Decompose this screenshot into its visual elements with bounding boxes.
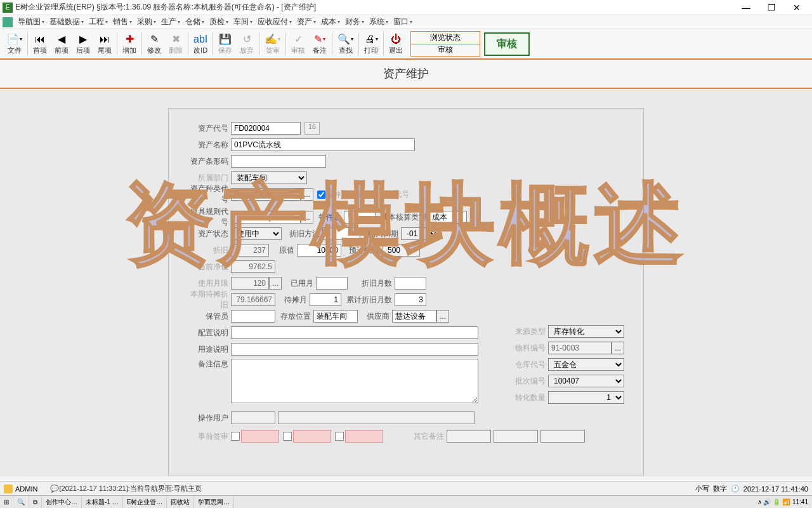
usemonth-button[interactable]: … — [269, 277, 282, 290]
config-input[interactable] — [231, 326, 478, 339]
menu-采购[interactable]: 采购▾ — [134, 15, 159, 29]
costtype-input[interactable] — [429, 211, 467, 224]
app-icon: E — [3, 3, 13, 13]
num-status: 数字 — [713, 484, 727, 493]
audit-stamp[interactable]: 审核 — [484, 32, 530, 56]
abandon-button[interactable]: ↺放弃 — [236, 30, 258, 58]
change-id-button[interactable]: abI改ID — [190, 30, 211, 58]
asset-code-input[interactable] — [231, 122, 301, 135]
used-input[interactable] — [316, 277, 348, 290]
sig-check-2[interactable] — [283, 432, 292, 441]
page-title: 资产维护 — [0, 60, 812, 89]
old-input[interactable] — [395, 293, 426, 306]
sig-field-2[interactable] — [293, 430, 331, 443]
start-button[interactable]: ⊞ — [0, 496, 13, 509]
status-select[interactable]: 使用中 — [231, 227, 282, 240]
usemonth-input — [231, 277, 269, 290]
dept-select[interactable]: 装配车间 — [231, 171, 307, 184]
note-button[interactable]: ✎▾备注 — [309, 30, 331, 58]
menu-财务[interactable]: 财务▾ — [343, 15, 367, 29]
taskbar-item[interactable]: E树企业管… — [123, 496, 167, 509]
deprmonth-input[interactable] — [395, 277, 426, 290]
last-button[interactable]: ⏭尾项 — [94, 30, 115, 58]
buydate-select[interactable]: -01 — [401, 227, 439, 240]
maximize-button[interactable]: ❐ — [759, 0, 784, 15]
menu-质检[interactable]: 质检▾ — [207, 15, 231, 29]
matno-lookup-button[interactable]: … — [612, 342, 624, 354]
sig-field-3[interactable] — [345, 430, 383, 443]
menu-仓储[interactable]: 仓储▾ — [183, 15, 207, 29]
batch-select[interactable]: 100407 — [548, 375, 624, 387]
menu-应收应付[interactable]: 应收应付▾ — [255, 15, 294, 29]
matno-input — [548, 342, 612, 354]
depr-method-input[interactable] — [322, 227, 360, 240]
resid-select[interactable]: 500 — [382, 244, 420, 257]
supplier-lookup-button[interactable]: … — [436, 310, 449, 323]
loc-input[interactable] — [313, 310, 358, 323]
add-button[interactable]: ✚增加 — [119, 30, 140, 58]
mold-lookup-button[interactable]: … — [301, 211, 313, 224]
taskbar-item[interactable]: 未标题-1 … — [82, 496, 123, 509]
print-button[interactable]: 🖨▾打印 — [360, 30, 382, 58]
supplier-input[interactable] — [392, 310, 436, 323]
asset-name-input[interactable] — [231, 138, 415, 151]
taskview-button[interactable]: ⧉ — [29, 496, 42, 509]
taskbar-item[interactable]: 创作中心… — [42, 496, 82, 509]
exit-button[interactable]: ⏻退出 — [385, 30, 407, 58]
audit-button[interactable]: ✓审核 — [287, 30, 309, 58]
statusbar: ADMIN 💬[2021-12-17 11:33:21]:当前导航界面:导航主页… — [0, 481, 812, 495]
next-button[interactable]: ▶后项 — [72, 30, 94, 58]
type-input[interactable] — [231, 188, 301, 201]
remark-textarea[interactable] — [231, 359, 478, 403]
keeper-input[interactable] — [231, 310, 275, 323]
srctype-select[interactable]: 库存转化 — [548, 325, 624, 338]
menu-生产[interactable]: 生产▾ — [159, 15, 183, 29]
other1 — [447, 430, 491, 443]
file-button[interactable]: 📄▾文件 — [3, 30, 26, 58]
curdepr-input — [231, 293, 275, 306]
qty-select[interactable]: 1 — [548, 391, 624, 404]
menu-基础数据[interactable]: 基础数据▾ — [47, 15, 86, 29]
search-button[interactable]: 🔍 — [13, 496, 29, 509]
edit-button[interactable]: ✎修改 — [143, 30, 165, 58]
delete-button[interactable]: ✖删除 — [165, 30, 187, 58]
taskbar: ⊞ 🔍 ⧉ 创作中心…未标题-1 …E树企业管…回收站学而思网… ∧ 🔊 🔋 📶… — [0, 495, 812, 508]
tray-icons[interactable]: ∧ 🔊 🔋 📶 — [757, 498, 790, 505]
save-button[interactable]: 💾保存 — [214, 30, 236, 58]
status-message: [2021-12-17 11:33:21]:当前导航界面:导航主页 — [59, 485, 201, 492]
usage-input[interactable] — [231, 343, 478, 356]
menu-成本[interactable]: 成本▾ — [318, 15, 343, 29]
mold-input[interactable] — [231, 211, 301, 224]
user-icon — [4, 485, 13, 493]
minimize-button[interactable]: — — [733, 0, 759, 15]
wait-input[interactable] — [310, 293, 341, 306]
tray-time: 11:41 — [792, 498, 808, 505]
sig-check-3[interactable] — [335, 432, 344, 441]
first-button[interactable]: ⏮首项 — [29, 30, 51, 58]
menu-工程[interactable]: 工程▾ — [86, 15, 110, 29]
autogen-checkbox[interactable] — [317, 190, 325, 199]
menu-icon — [3, 17, 13, 27]
menu-销售[interactable]: 销售▾ — [110, 15, 134, 29]
close-button[interactable]: ✕ — [784, 0, 809, 15]
net-input — [231, 260, 275, 273]
wh-select[interactable]: 五金仓 — [548, 358, 624, 371]
orig-input[interactable] — [297, 244, 341, 257]
unit-input[interactable] — [344, 211, 376, 224]
find-button[interactable]: 🔍▾查找 — [334, 30, 357, 58]
toolbar: 📄▾文件 ⏮首项 ◀前项 ▶后项 ⏭尾项 ✚增加 ✎修改 ✖删除 abI改ID … — [0, 29, 812, 60]
menu-系统[interactable]: 系统▾ — [367, 15, 391, 29]
type-lookup-button[interactable]: … — [301, 188, 313, 201]
prev-button[interactable]: ◀前项 — [51, 30, 72, 58]
taskbar-item[interactable]: 学而思网… — [194, 496, 234, 509]
barcode-input[interactable] — [231, 155, 326, 168]
menu-资产[interactable]: 资产▾ — [294, 15, 318, 29]
sig-check-1[interactable] — [231, 432, 240, 441]
sign-button[interactable]: ✍▾签审 — [261, 30, 284, 58]
other2 — [494, 430, 538, 443]
menu-导航图[interactable]: 导航图▾ — [15, 15, 47, 29]
taskbar-item[interactable]: 回收站 — [167, 496, 194, 509]
menu-窗口[interactable]: 窗口▾ — [391, 15, 415, 29]
menu-车间[interactable]: 车间▾ — [231, 15, 255, 29]
sig-field-1[interactable] — [241, 430, 279, 443]
